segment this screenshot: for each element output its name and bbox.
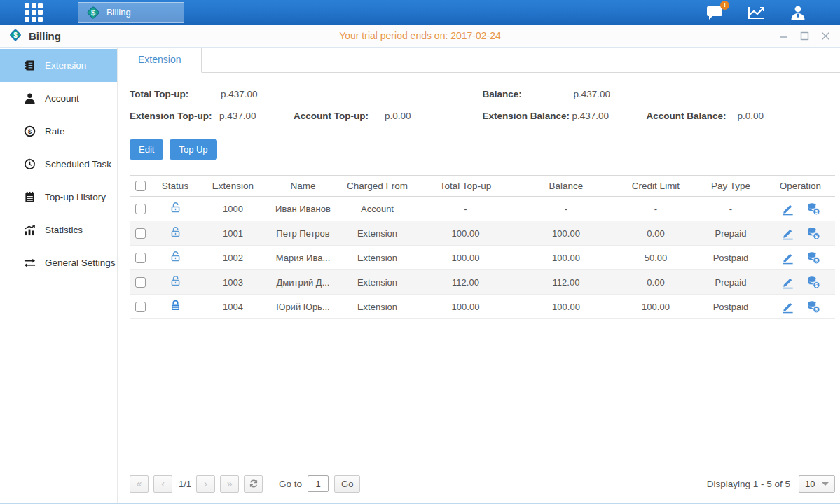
sidebar-item-label: Rate bbox=[45, 126, 65, 136]
header-name[interactable]: Name bbox=[266, 176, 340, 197]
row-checkbox[interactable] bbox=[135, 228, 146, 239]
sidebar-item-account[interactable]: Account bbox=[0, 82, 117, 115]
header-credit-limit[interactable]: Credit Limit bbox=[616, 176, 696, 197]
row-checkbox[interactable] bbox=[135, 253, 146, 263]
header-balance[interactable]: Balance bbox=[516, 176, 616, 197]
header-charged-from[interactable]: Charged From bbox=[340, 176, 415, 197]
edit-row-icon[interactable] bbox=[781, 227, 794, 240]
user-account-icon[interactable] bbox=[790, 4, 806, 21]
cell-extension: 1000 bbox=[200, 197, 266, 221]
cell-total-topup: 100.00 bbox=[415, 246, 516, 270]
sidebar-item-topup-history[interactable]: Top-up History bbox=[0, 181, 117, 214]
cell-pay-type: Postpaid bbox=[696, 295, 766, 319]
total-topup-value: p.437.00 bbox=[221, 89, 295, 99]
cell-charged-from: Account bbox=[340, 197, 415, 221]
topup-row-icon[interactable]: $ bbox=[807, 202, 820, 216]
chevron-down-icon bbox=[822, 482, 829, 486]
sidebar-item-general-settings[interactable]: General Settings bbox=[0, 246, 117, 279]
row-checkbox[interactable] bbox=[135, 302, 146, 312]
header-pay-type[interactable]: Pay Type bbox=[696, 176, 766, 197]
clock-icon bbox=[23, 158, 36, 171]
edit-row-icon[interactable] bbox=[781, 276, 794, 289]
cell-balance: 100.00 bbox=[516, 295, 616, 319]
close-icon[interactable] bbox=[820, 31, 830, 41]
total-topup-label: Total Top-up: bbox=[130, 89, 221, 99]
cell-credit-limit: 0.00 bbox=[616, 270, 696, 295]
dollar-circle-icon: $ bbox=[23, 125, 36, 138]
account-balance-label: Account Balance: bbox=[647, 111, 738, 121]
cell-balance: 100.00 bbox=[516, 221, 616, 246]
sidebar-item-statistics[interactable]: Statistics bbox=[0, 214, 117, 246]
last-page-button[interactable]: » bbox=[220, 475, 239, 493]
header-status[interactable]: Status bbox=[151, 176, 200, 197]
svg-text:$: $ bbox=[13, 31, 18, 39]
topup-row-icon[interactable]: $ bbox=[807, 251, 820, 265]
ledger-icon bbox=[23, 191, 36, 204]
lock-status-icon[interactable] bbox=[170, 226, 181, 238]
cell-total-topup: - bbox=[415, 197, 516, 221]
tab-strip: Extension bbox=[118, 48, 840, 73]
table-row: 1001 Петр Петров Extension 100.00 100.00… bbox=[130, 221, 835, 246]
page-indicator: 1/1 bbox=[179, 479, 191, 489]
sidebar-item-rate[interactable]: $ Rate bbox=[0, 115, 117, 148]
lock-status-icon[interactable] bbox=[170, 275, 181, 287]
row-checkbox[interactable] bbox=[135, 204, 146, 214]
sidebar-item-extension[interactable]: Extension bbox=[0, 49, 117, 82]
lock-status-icon[interactable] bbox=[170, 202, 181, 214]
table-header-row: Status Extension Name Charged From Total… bbox=[130, 176, 835, 197]
cell-charged-from: Extension bbox=[340, 295, 415, 319]
pagination-bar: « ‹ 1/1 › » Go to Go bbox=[130, 470, 835, 503]
edit-row-icon[interactable] bbox=[781, 300, 794, 314]
refresh-button[interactable] bbox=[244, 475, 263, 493]
lock-status-icon[interactable] bbox=[170, 251, 181, 262]
first-page-button[interactable]: « bbox=[130, 475, 149, 493]
tab-extension[interactable]: Extension bbox=[118, 48, 202, 73]
trial-notice: Your trial period ends on: 2017-02-24 bbox=[0, 30, 840, 41]
cell-total-topup: 100.00 bbox=[415, 295, 516, 319]
lock-status-icon[interactable] bbox=[170, 300, 181, 312]
table-row: 1000 Иван Иванов Account - - - - $ bbox=[130, 197, 835, 221]
edit-button[interactable]: Edit bbox=[130, 139, 163, 160]
notification-badge: ! bbox=[720, 1, 729, 10]
edit-row-icon[interactable] bbox=[781, 251, 794, 265]
sidebar-item-label: Extension bbox=[45, 60, 86, 71]
header-operation: Operation bbox=[766, 176, 835, 197]
window-controls bbox=[778, 31, 830, 41]
topup-row-icon[interactable]: $ bbox=[807, 300, 820, 314]
account-topup-label: Account Top-up: bbox=[294, 111, 385, 121]
topup-row-icon[interactable]: $ bbox=[807, 227, 820, 240]
minimize-icon[interactable] bbox=[778, 31, 788, 41]
goto-page-input[interactable] bbox=[308, 475, 329, 492]
main-content: Extension Total Top-up: p.437.00 Extensi… bbox=[118, 48, 840, 503]
maximize-icon[interactable] bbox=[799, 31, 809, 41]
edit-row-icon[interactable] bbox=[781, 202, 794, 216]
account-balance-value: p.0.00 bbox=[738, 111, 812, 121]
cell-extension: 1004 bbox=[200, 295, 266, 319]
sidebar-item-scheduled-task[interactable]: Scheduled Task bbox=[0, 148, 117, 181]
go-button[interactable]: Go bbox=[334, 475, 360, 493]
billing-diamond-icon: $ bbox=[85, 5, 101, 20]
row-checkbox[interactable] bbox=[135, 277, 146, 288]
prev-page-button[interactable]: ‹ bbox=[153, 475, 172, 493]
displaying-info: Displaying 1 - 5 of 5 bbox=[707, 479, 790, 489]
cell-pay-type: Prepaid bbox=[696, 221, 766, 246]
cell-credit-limit: - bbox=[616, 197, 696, 221]
sidebar-item-label: Top-up History bbox=[45, 192, 106, 202]
notifications-chat-icon[interactable]: ! bbox=[706, 5, 724, 20]
header-extension[interactable]: Extension bbox=[200, 176, 266, 197]
balance-label: Balance: bbox=[483, 89, 574, 99]
cell-extension: 1003 bbox=[200, 270, 266, 295]
topup-button[interactable]: Top Up bbox=[170, 139, 216, 160]
page-size-value: 10 bbox=[805, 479, 815, 489]
statistics-chart-icon[interactable] bbox=[748, 6, 766, 20]
cell-pay-type: Postpaid bbox=[696, 246, 766, 270]
select-all-checkbox[interactable] bbox=[135, 181, 146, 191]
next-page-button[interactable]: › bbox=[196, 475, 215, 493]
app-grid-icon[interactable] bbox=[25, 4, 43, 22]
page-size-select[interactable]: 10 bbox=[799, 475, 835, 493]
header-total-topup[interactable]: Total Top-up bbox=[415, 176, 516, 197]
topup-row-icon[interactable]: $ bbox=[807, 276, 820, 289]
taskbar-billing-tab[interactable]: $ Billing bbox=[78, 2, 184, 23]
cell-charged-from: Extension bbox=[340, 246, 415, 270]
table-row: 1004 Юрий Юрь... Extension 100.00 100.00… bbox=[130, 295, 835, 319]
